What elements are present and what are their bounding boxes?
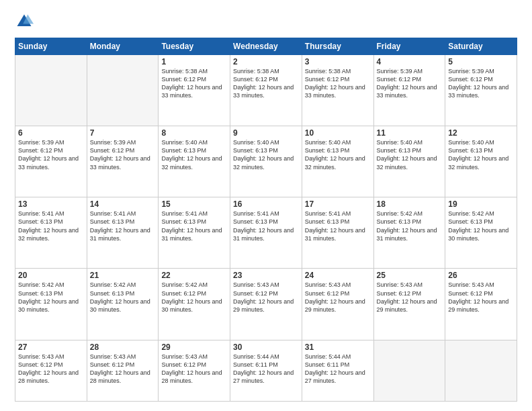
day-info: Sunrise: 5:40 AM Sunset: 6:13 PM Dayligh… (377, 138, 443, 171)
calendar-cell: 17Sunrise: 5:41 AM Sunset: 6:13 PM Dayli… (302, 197, 373, 269)
day-info: Sunrise: 5:40 AM Sunset: 6:13 PM Dayligh… (233, 138, 299, 171)
day-number: 31 (305, 342, 371, 352)
calendar-week-row: 1Sunrise: 5:38 AM Sunset: 6:12 PM Daylig… (15, 55, 517, 126)
calendar-table: SundayMondayTuesdayWednesdayThursdayFrid… (15, 38, 517, 402)
calendar-cell (445, 340, 517, 401)
page: SundayMondayTuesdayWednesdayThursdayFrid… (0, 0, 532, 411)
day-number: 26 (448, 271, 514, 280)
calendar-cell: 23Sunrise: 5:43 AM Sunset: 6:12 PM Dayli… (230, 269, 302, 340)
day-info: Sunrise: 5:43 AM Sunset: 6:12 PM Dayligh… (448, 281, 514, 314)
day-number: 24 (305, 271, 371, 280)
calendar-cell: 18Sunrise: 5:42 AM Sunset: 6:13 PM Dayli… (373, 197, 445, 269)
day-number: 19 (448, 199, 514, 209)
day-info: Sunrise: 5:42 AM Sunset: 6:13 PM Dayligh… (377, 210, 443, 242)
calendar-cell: 26Sunrise: 5:43 AM Sunset: 6:12 PM Dayli… (445, 269, 517, 340)
day-number: 11 (377, 128, 443, 138)
day-number: 5 (448, 57, 514, 66)
day-info: Sunrise: 5:43 AM Sunset: 6:12 PM Dayligh… (305, 281, 371, 314)
calendar-cell (87, 55, 159, 126)
calendar-cell: 15Sunrise: 5:41 AM Sunset: 6:13 PM Dayli… (159, 197, 230, 269)
day-info: Sunrise: 5:43 AM Sunset: 6:12 PM Dayligh… (18, 353, 84, 385)
calendar-cell: 4Sunrise: 5:39 AM Sunset: 6:12 PM Daylig… (373, 55, 445, 126)
day-number: 8 (161, 128, 227, 138)
calendar-cell: 21Sunrise: 5:42 AM Sunset: 6:13 PM Dayli… (87, 269, 159, 340)
day-info: Sunrise: 5:43 AM Sunset: 6:12 PM Dayligh… (161, 353, 227, 385)
day-number: 14 (90, 199, 156, 209)
day-number: 7 (90, 128, 156, 138)
calendar-cell: 3Sunrise: 5:38 AM Sunset: 6:12 PM Daylig… (302, 55, 373, 126)
calendar-cell: 7Sunrise: 5:39 AM Sunset: 6:12 PM Daylig… (87, 126, 159, 197)
day-info: Sunrise: 5:40 AM Sunset: 6:13 PM Dayligh… (448, 138, 514, 171)
calendar-cell: 19Sunrise: 5:42 AM Sunset: 6:13 PM Dayli… (445, 197, 517, 269)
calendar-day-header: Sunday (15, 38, 87, 55)
day-number: 21 (90, 271, 156, 280)
calendar-day-header: Tuesday (159, 38, 230, 55)
day-info: Sunrise: 5:41 AM Sunset: 6:13 PM Dayligh… (305, 210, 371, 242)
calendar-cell: 11Sunrise: 5:40 AM Sunset: 6:13 PM Dayli… (373, 126, 445, 197)
calendar-cell: 10Sunrise: 5:40 AM Sunset: 6:13 PM Dayli… (302, 126, 373, 197)
day-number: 3 (305, 57, 371, 66)
day-info: Sunrise: 5:42 AM Sunset: 6:13 PM Dayligh… (90, 281, 156, 314)
calendar-cell: 20Sunrise: 5:42 AM Sunset: 6:13 PM Dayli… (15, 269, 87, 340)
calendar-cell: 6Sunrise: 5:39 AM Sunset: 6:12 PM Daylig… (15, 126, 87, 197)
day-number: 9 (233, 128, 299, 138)
day-info: Sunrise: 5:44 AM Sunset: 6:11 PM Dayligh… (233, 353, 299, 385)
day-info: Sunrise: 5:38 AM Sunset: 6:12 PM Dayligh… (305, 67, 371, 100)
day-info: Sunrise: 5:39 AM Sunset: 6:12 PM Dayligh… (18, 138, 84, 171)
day-info: Sunrise: 5:40 AM Sunset: 6:13 PM Dayligh… (305, 138, 371, 171)
day-number: 27 (18, 342, 84, 352)
calendar-day-header: Friday (373, 38, 445, 55)
calendar-cell: 28Sunrise: 5:43 AM Sunset: 6:12 PM Dayli… (87, 340, 159, 401)
day-number: 17 (305, 199, 371, 209)
day-info: Sunrise: 5:38 AM Sunset: 6:12 PM Dayligh… (233, 67, 299, 100)
calendar-week-row: 13Sunrise: 5:41 AM Sunset: 6:13 PM Dayli… (15, 197, 517, 269)
day-info: Sunrise: 5:43 AM Sunset: 6:12 PM Dayligh… (233, 281, 299, 314)
day-number: 6 (18, 128, 84, 138)
calendar-cell: 2Sunrise: 5:38 AM Sunset: 6:12 PM Daylig… (230, 55, 302, 126)
calendar-cell: 30Sunrise: 5:44 AM Sunset: 6:11 PM Dayli… (230, 340, 302, 401)
day-number: 12 (448, 128, 514, 138)
day-number: 2 (233, 57, 299, 66)
calendar-cell: 29Sunrise: 5:43 AM Sunset: 6:12 PM Dayli… (159, 340, 230, 401)
calendar-day-header: Thursday (302, 38, 373, 55)
day-info: Sunrise: 5:42 AM Sunset: 6:12 PM Dayligh… (161, 281, 227, 314)
calendar-cell: 12Sunrise: 5:40 AM Sunset: 6:13 PM Dayli… (445, 126, 517, 197)
calendar-cell: 9Sunrise: 5:40 AM Sunset: 6:13 PM Daylig… (230, 126, 302, 197)
day-info: Sunrise: 5:40 AM Sunset: 6:13 PM Dayligh… (161, 138, 227, 171)
calendar-cell: 31Sunrise: 5:44 AM Sunset: 6:11 PM Dayli… (302, 340, 373, 401)
calendar-week-row: 27Sunrise: 5:43 AM Sunset: 6:12 PM Dayli… (15, 340, 517, 401)
calendar-cell: 25Sunrise: 5:43 AM Sunset: 6:12 PM Dayli… (373, 269, 445, 340)
day-info: Sunrise: 5:39 AM Sunset: 6:12 PM Dayligh… (448, 67, 514, 100)
day-number: 1 (161, 57, 227, 66)
calendar-cell: 16Sunrise: 5:41 AM Sunset: 6:13 PM Dayli… (230, 197, 302, 269)
day-number: 22 (161, 271, 227, 280)
calendar-cell: 13Sunrise: 5:41 AM Sunset: 6:13 PM Dayli… (15, 197, 87, 269)
calendar-cell: 1Sunrise: 5:38 AM Sunset: 6:12 PM Daylig… (159, 55, 230, 126)
day-number: 28 (90, 342, 156, 352)
day-info: Sunrise: 5:41 AM Sunset: 6:13 PM Dayligh… (18, 210, 84, 242)
day-info: Sunrise: 5:39 AM Sunset: 6:12 PM Dayligh… (90, 138, 156, 171)
day-info: Sunrise: 5:42 AM Sunset: 6:13 PM Dayligh… (448, 210, 514, 242)
day-info: Sunrise: 5:43 AM Sunset: 6:12 PM Dayligh… (377, 281, 443, 314)
calendar-cell: 14Sunrise: 5:41 AM Sunset: 6:13 PM Dayli… (87, 197, 159, 269)
calendar-day-header: Saturday (445, 38, 517, 55)
calendar-cell: 24Sunrise: 5:43 AM Sunset: 6:12 PM Dayli… (302, 269, 373, 340)
day-info: Sunrise: 5:41 AM Sunset: 6:13 PM Dayligh… (233, 210, 299, 242)
calendar-day-header: Wednesday (230, 38, 302, 55)
day-number: 15 (161, 199, 227, 209)
calendar-cell: 27Sunrise: 5:43 AM Sunset: 6:12 PM Dayli… (15, 340, 87, 401)
day-number: 25 (377, 271, 443, 280)
day-number: 4 (377, 57, 443, 66)
day-info: Sunrise: 5:43 AM Sunset: 6:12 PM Dayligh… (90, 353, 156, 385)
calendar-cell: 22Sunrise: 5:42 AM Sunset: 6:12 PM Dayli… (159, 269, 230, 340)
day-number: 23 (233, 271, 299, 280)
day-number: 10 (305, 128, 371, 138)
calendar-header-row: SundayMondayTuesdayWednesdayThursdayFrid… (15, 38, 517, 55)
day-info: Sunrise: 5:39 AM Sunset: 6:12 PM Dayligh… (377, 67, 443, 100)
calendar-week-row: 20Sunrise: 5:42 AM Sunset: 6:13 PM Dayli… (15, 269, 517, 340)
day-number: 13 (18, 199, 84, 209)
calendar-cell (373, 340, 445, 401)
day-info: Sunrise: 5:42 AM Sunset: 6:13 PM Dayligh… (18, 281, 84, 314)
day-number: 30 (233, 342, 299, 352)
calendar-day-header: Monday (87, 38, 159, 55)
